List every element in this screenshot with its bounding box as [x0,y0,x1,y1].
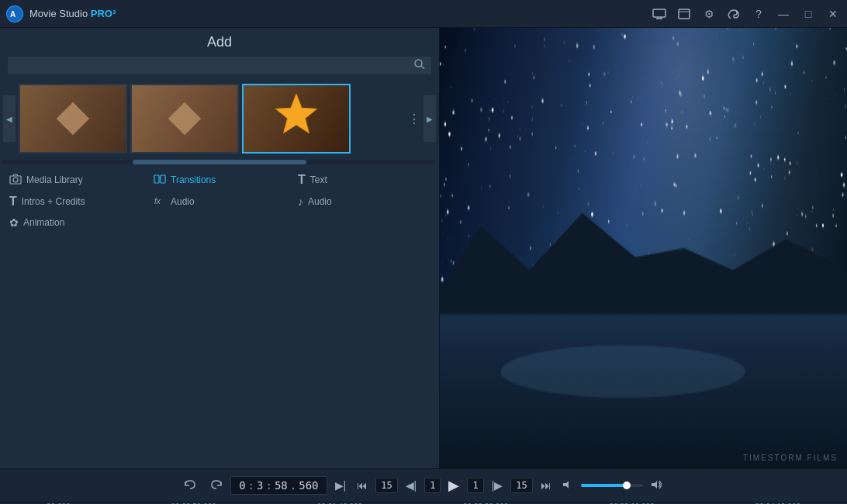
minimize-button[interactable]: — [776,6,791,22]
timecode: 0 : 3 : 58 . 560 [230,476,327,495]
skip-back-number: 15 [375,478,397,493]
titlebar: A Movie Studio PRO³ ⚙ ? — □ ✕ [0,0,847,28]
tab-transitions[interactable]: Transitions [147,169,292,191]
tab-animation-label: Animation [23,217,64,228]
palette-icon[interactable] [726,6,742,22]
fx-icon: fx [154,195,166,209]
svg-marker-16 [652,481,657,488]
transition-thumb-2[interactable] [130,84,239,154]
tab-intros-credits[interactable]: T Intros + Credits [3,191,147,212]
transition-thumb-3[interactable] [242,84,351,154]
skip-fwd-number: 15 [510,478,532,493]
skip-fwd-button[interactable]: ⏭ [538,478,555,493]
tab-video-effects-label: Audio [171,196,195,207]
add-header: Add [0,28,439,54]
redo-button[interactable] [206,477,226,495]
svg-text:A: A [10,10,16,19]
timecode-h: 0 [239,479,245,492]
tab-text[interactable]: T Text [292,169,436,191]
svg-rect-2 [653,9,666,17]
transition-canvas-2 [132,85,237,152]
tab-intros-label: Intros + Credits [22,196,85,207]
window-icon[interactable] [676,6,692,22]
tab-media-library-label: Media Library [26,174,83,185]
tab-media-library[interactable]: Media Library [3,169,147,191]
vol-up-icon[interactable] [648,478,666,494]
maximize-button[interactable]: □ [800,6,816,22]
tab-text-label: Text [310,174,327,185]
animation-icon: ✿ [9,216,19,229]
play-button[interactable]: ▶ [445,475,462,495]
timecode-f: 560 [299,479,318,492]
app-logo: A [6,5,23,22]
search-icon [414,59,425,72]
preview-panel: TIMESTORM FILMS [440,28,847,468]
volume-fill [581,484,624,487]
intros-icon: T [9,195,17,209]
scroll-right-button[interactable]: ▶ [424,95,436,142]
nav-tabs: Media Library Transitions T Text T Intro… [0,164,439,234]
svg-text:fx: fx [154,197,161,205]
svg-rect-6 [679,9,690,19]
preview-canvas [440,28,847,468]
transition-thumb-1[interactable] [19,84,127,154]
title-controls: ⚙ ? — □ ✕ [652,6,841,22]
undo-button[interactable] [181,477,201,495]
thumb-scrollbar [3,160,436,164]
settings-icon[interactable]: ⚙ [701,6,717,22]
timecode-m: 3 [257,479,263,492]
text-icon: T [298,173,306,187]
transitions-icon [154,174,166,186]
thumb-scrollbar-thumb [133,160,306,164]
thumb-strip: ◀ ⋮ ▶ [0,78,439,160]
main-content: Add ◀ [0,28,847,468]
svg-rect-12 [154,175,159,183]
svg-rect-13 [161,175,165,183]
camera-icon [9,174,22,187]
transition-canvas-3 [244,85,349,152]
app-title: Movie Studio PRO³ [29,8,652,19]
svg-point-8 [415,60,422,67]
tab-video-effects[interactable]: fx Audio [147,191,292,212]
timecode-s: 58 [275,479,288,492]
tab-audio[interactable]: ♪ Audio Audio [292,191,436,212]
svg-point-11 [13,178,18,182]
goto-end-button[interactable]: ▶| [332,478,350,493]
svg-line-9 [421,66,424,69]
help-titlebar-icon[interactable]: ? [751,6,766,22]
preview-area: TIMESTORM FILMS [440,28,847,468]
close-button[interactable]: ✕ [825,6,841,22]
tab-animation[interactable]: ✿ Animation [3,212,147,233]
svg-marker-15 [563,481,569,488]
volume-thumb[interactable] [623,482,631,489]
volume-slider[interactable] [581,484,643,487]
vol-down-icon[interactable] [559,478,576,494]
left-panel: Add ◀ [0,28,440,468]
frame-fwd-button[interactable]: |▶ [489,478,506,493]
frame-fwd-number: 1 [467,478,483,493]
tab-transitions-label: Transitions [171,174,216,185]
more-options-icon[interactable]: ⋮ [408,112,420,126]
frame-back-number: 1 [424,478,441,493]
search-input[interactable] [14,60,414,71]
frame-back-button[interactable]: ◀| [403,478,420,493]
audio-icon: ♪ [298,195,303,208]
search-bar[interactable] [8,57,431,74]
skip-back-button[interactable]: ⏮ [354,478,371,493]
tab-audio-text: Audio [308,196,332,207]
monitor-icon[interactable] [652,6,667,22]
transition-canvas-1 [20,85,126,152]
scroll-left-button[interactable]: ◀ [3,95,16,142]
transport-bar: 0 : 3 : 58 . 560 ▶| ⏮ 15 ◀| 1 ▶ 1 |▶ 15 … [0,468,847,502]
thumbnail-container [19,84,405,154]
preview-watermark: TIMESTORM FILMS [743,454,838,462]
